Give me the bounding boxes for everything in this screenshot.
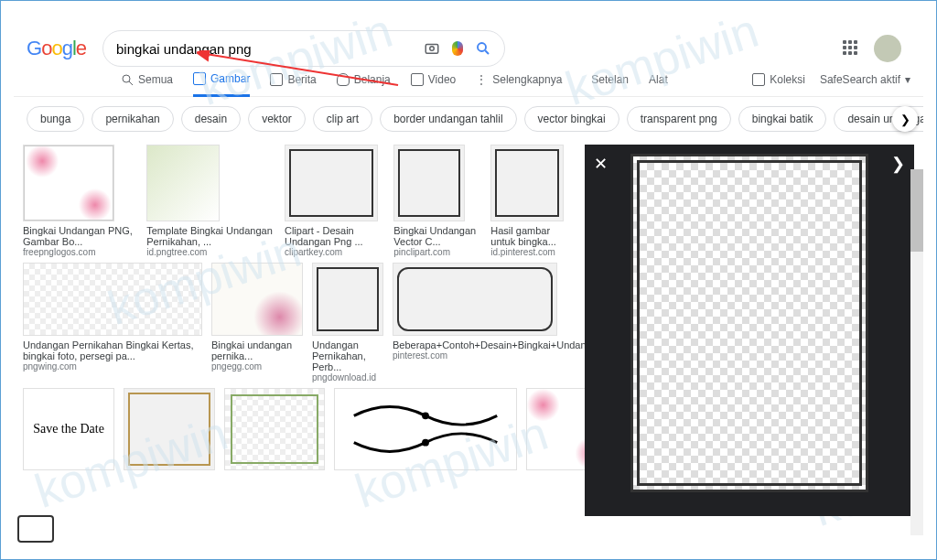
svg-point-1 bbox=[430, 47, 435, 51]
tab-semua[interactable]: Semua bbox=[122, 73, 173, 95]
svg-point-6 bbox=[123, 75, 130, 82]
result-thumb[interactable]: Beberapa+Contoh+Desain+Bingkai+Undangan+… bbox=[393, 263, 585, 382]
svg-line-3 bbox=[485, 50, 489, 54]
chip[interactable]: desain bbox=[181, 106, 241, 132]
chip[interactable]: vektor bbox=[248, 106, 306, 132]
result-thumb[interactable]: Clipart - Desain Undangan Png ...clipart… bbox=[285, 145, 384, 257]
result-thumb[interactable]: Undangan Pernikahan Bingkai Kertas, bing… bbox=[23, 263, 202, 382]
svg-rect-0 bbox=[425, 45, 438, 54]
search-input[interactable] bbox=[116, 41, 415, 57]
chip[interactable]: border undangan tahlil bbox=[380, 106, 516, 132]
svg-line-7 bbox=[129, 81, 133, 85]
result-thumb[interactable]: Bingkai Undangan Vector C...pinclipart.c… bbox=[393, 145, 481, 257]
avatar[interactable] bbox=[874, 35, 901, 62]
google-logo[interactable]: Google bbox=[27, 37, 86, 60]
result-thumb[interactable] bbox=[526, 388, 585, 470]
result-thumb[interactable]: Undangan Pernikahan, Perb...pngdownload.… bbox=[312, 263, 383, 382]
nav-tabs: Semua Gambar Berita Belanja Video ⋮Selen… bbox=[14, 67, 923, 97]
search-box[interactable] bbox=[102, 30, 505, 67]
image-preview-panel: ✕ ❯ bbox=[585, 145, 914, 516]
tab-video[interactable]: Video bbox=[411, 73, 456, 95]
chip[interactable]: bunga bbox=[27, 106, 84, 132]
close-icon[interactable]: ✕ bbox=[594, 154, 608, 174]
chip[interactable]: pernikahan bbox=[92, 106, 173, 132]
camera-icon[interactable] bbox=[424, 40, 440, 57]
result-thumb[interactable]: Template Bingkai Undangan Pernikahan, ..… bbox=[146, 145, 275, 257]
chip[interactable]: vector bingkai bbox=[524, 106, 619, 132]
tab-gambar[interactable]: Gambar bbox=[193, 72, 250, 97]
preview-image[interactable] bbox=[630, 154, 868, 492]
apps-grid-icon[interactable] bbox=[843, 40, 859, 57]
chip[interactable]: bingkai batik bbox=[738, 106, 827, 132]
safesearch-link[interactable]: SafeSearch aktif ▾ bbox=[820, 73, 910, 95]
result-thumb[interactable]: Bingkai Undangan PNG, Gambar Bo...freepn… bbox=[23, 145, 137, 257]
mic-icon[interactable] bbox=[449, 40, 466, 57]
settings-link[interactable]: Setelan bbox=[591, 73, 629, 95]
result-thumb[interactable]: Save the Date bbox=[23, 388, 114, 470]
chip[interactable]: clip art bbox=[313, 106, 372, 132]
result-thumb[interactable] bbox=[224, 388, 325, 470]
scrollbar[interactable] bbox=[910, 169, 923, 535]
tab-berita[interactable]: Berita bbox=[270, 73, 316, 95]
svg-point-9 bbox=[422, 439, 429, 447]
search-icon[interactable] bbox=[475, 40, 491, 57]
svg-point-2 bbox=[478, 43, 486, 51]
chip[interactable]: transparent png bbox=[627, 106, 731, 132]
koleksi-link[interactable]: Koleksi bbox=[752, 73, 805, 95]
tools-link[interactable]: Alat bbox=[649, 73, 668, 95]
filter-chips: bunga pernikahan desain vektor clip art … bbox=[14, 97, 923, 141]
result-thumb[interactable]: Hasil gambar untuk bingka...id.pinterest… bbox=[490, 145, 576, 257]
chips-scroll-right[interactable]: ❯ bbox=[892, 106, 918, 132]
result-thumb[interactable] bbox=[124, 388, 215, 470]
tab-more[interactable]: ⋮Selengkapnya bbox=[476, 73, 562, 95]
tab-belanja[interactable]: Belanja bbox=[337, 73, 391, 95]
result-thumb[interactable] bbox=[334, 388, 517, 470]
svg-point-8 bbox=[422, 412, 429, 419]
next-icon[interactable]: ❯ bbox=[891, 154, 905, 174]
result-thumb[interactable]: Bingkai undangan pernika...pngegg.com bbox=[211, 263, 303, 382]
